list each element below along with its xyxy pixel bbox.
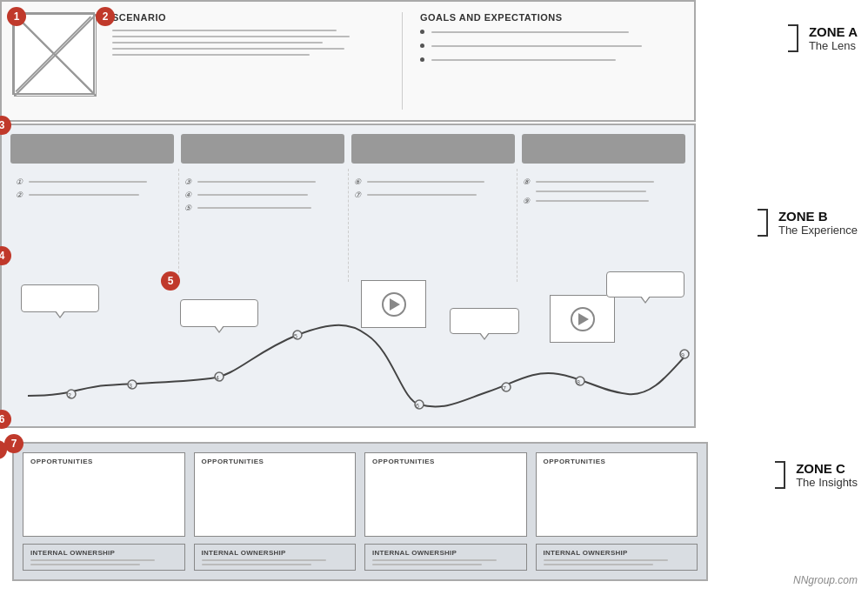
svg-text:9: 9 — [681, 352, 684, 358]
internal-box-4: INTERNAL OWNERSHIP — [536, 544, 698, 571]
insights-columns: OPPORTUNITIES 8 INTERNAL OWNERSHIP OPPOR… — [14, 444, 706, 579]
insight-col-2: OPPORTUNITIES INTERNAL OWNERSHIP — [194, 452, 357, 571]
journey-curve: 2 3 4 5 6 7 8 9 — [2, 300, 698, 426]
zone-b-label-container: ZONE B The Experience — [775, 209, 858, 237]
goal-item — [420, 57, 684, 62]
badge-1: 1 — [7, 7, 26, 26]
opportunities-box-4: OPPORTUNITIES — [536, 452, 698, 537]
zone-c-bracket — [775, 461, 785, 489]
image-placeholder — [12, 12, 95, 95]
nngroup-label: NNgroup.com — [793, 574, 858, 586]
scenario-line — [112, 48, 344, 50]
step-col-3: ⑥ ⑦ — [349, 169, 517, 282]
int-line — [30, 564, 140, 565]
insight-col-1: OPPORTUNITIES 8 INTERNAL OWNERSHIP — [23, 452, 185, 571]
tab-2 — [181, 134, 344, 164]
step-col-4: ⑧ ⑨ — [517, 169, 685, 282]
zone-a-label-container: ZONE A The Lens — [805, 24, 858, 52]
insight-col-4: OPPORTUNITIES INTERNAL OWNERSHIP — [536, 452, 698, 571]
opp-label-3: OPPORTUNITIES — [372, 458, 519, 465]
tabs-row — [2, 125, 694, 169]
goal-item — [420, 30, 684, 34]
badge-5: 5 — [161, 271, 180, 291]
int-line — [544, 564, 653, 565]
int-label-4: INTERNAL OWNERSHIP — [544, 549, 691, 557]
opportunities-box-3: OPPORTUNITIES — [364, 452, 527, 537]
zone-c: 7 OPPORTUNITIES 8 INTERNAL OWNERSHIP OPP… — [12, 442, 708, 581]
goal-line — [431, 59, 616, 61]
int-line — [202, 564, 311, 565]
insight-col-3: OPPORTUNITIES INTERNAL OWNERSHIP — [364, 452, 527, 571]
zone-b-bracket — [758, 209, 768, 237]
bullet — [420, 43, 424, 48]
step-columns: ① ② ③ ④ ⑤ ⑥ ⑦ ⑧ ⑨ — [2, 169, 694, 282]
svg-text:3: 3 — [129, 383, 132, 389]
tab-3 — [351, 134, 515, 164]
goals-label: GOALS AND EXPECTATIONS — [420, 12, 684, 23]
zone-b-title: ZONE B — [778, 209, 858, 224]
zone-c-title: ZONE C — [796, 461, 858, 476]
scenario-line — [112, 30, 337, 31]
svg-text:6: 6 — [416, 403, 419, 409]
zone-c-label-container: ZONE C The Insights — [792, 461, 858, 489]
step-col-1: ① ② — [10, 169, 179, 282]
speech-bubble-4 — [606, 271, 684, 298]
scenario-section: SCENARIO — [112, 12, 384, 110]
int-label-1: INTERNAL OWNERSHIP — [30, 549, 177, 557]
opp-label-4: OPPORTUNITIES — [544, 458, 691, 465]
svg-text:7: 7 — [503, 385, 506, 391]
zone-a-bracket — [788, 24, 798, 52]
divider — [402, 12, 403, 110]
step-col-2: ③ ④ ⑤ — [179, 169, 348, 282]
bullet — [420, 30, 424, 34]
svg-text:5: 5 — [294, 333, 297, 339]
internal-box-1: 8 INTERNAL OWNERSHIP — [23, 544, 185, 571]
opportunities-box-2: OPPORTUNITIES — [194, 452, 357, 537]
opportunities-box-1: OPPORTUNITIES — [23, 452, 185, 537]
scenario-line — [112, 42, 323, 43]
badge-7: 7 — [4, 434, 23, 453]
zone-b-sub: The Experience — [778, 224, 858, 237]
svg-text:8: 8 — [577, 379, 580, 385]
internal-box-3: INTERNAL OWNERSHIP — [364, 544, 527, 571]
int-label-3: INTERNAL OWNERSHIP — [372, 549, 519, 557]
internal-box-2: INTERNAL OWNERSHIP — [194, 544, 357, 571]
tab-1 — [10, 134, 174, 164]
zone-a-title: ZONE A — [809, 24, 858, 39]
tab-4 — [522, 134, 685, 164]
zone-c-sub: The Insights — [796, 476, 858, 489]
scenario-line — [112, 36, 350, 37]
int-line — [202, 559, 326, 561]
goal-line — [431, 31, 629, 33]
opp-label-1: OPPORTUNITIES — [30, 458, 177, 465]
int-line — [544, 559, 668, 561]
int-line — [372, 559, 497, 561]
int-label-2: INTERNAL OWNERSHIP — [202, 549, 349, 557]
zone-a-sub: The Lens — [809, 39, 858, 52]
scenario-line — [112, 54, 310, 56]
opp-label-2: OPPORTUNITIES — [202, 458, 349, 465]
scenario-label: SCENARIO — [112, 12, 376, 23]
goals-section: GOALS AND EXPECTATIONS — [420, 12, 684, 110]
goal-line — [431, 45, 642, 47]
badge-2: 2 — [96, 7, 115, 26]
bullet — [420, 57, 424, 62]
int-line — [372, 564, 482, 565]
goal-item — [420, 43, 684, 48]
zone-b: 3 ① ② ③ ④ ⑤ ⑥ ⑦ ⑧ ⑨ 4 — [0, 124, 696, 428]
int-line — [30, 559, 155, 561]
svg-text:4: 4 — [216, 375, 219, 381]
svg-text:2: 2 — [68, 392, 71, 398]
